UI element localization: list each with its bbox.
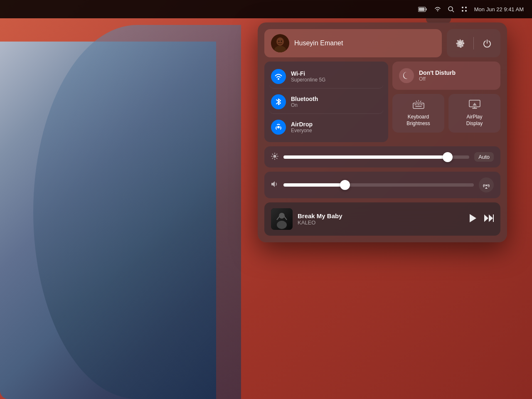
dont-disturb-sublabel: Off — [419, 76, 456, 82]
airplay-audio-button[interactable] — [479, 177, 494, 192]
wifi-icon — [271, 69, 286, 84]
svg-point-27 — [273, 155, 276, 158]
control-center-icon[interactable] — [461, 6, 468, 12]
user-name-label: Huseyin Emanet — [294, 39, 343, 47]
svg-rect-1 — [426, 8, 426, 10]
airplay-display-label: AirPlay Display — [466, 114, 483, 127]
svg-point-42 — [277, 221, 287, 229]
skip-button[interactable] — [484, 214, 494, 224]
wifi-label: Wi-Fi — [291, 70, 325, 77]
svg-point-13 — [281, 41, 282, 42]
svg-marker-47 — [489, 214, 493, 222]
search-menu-icon[interactable] — [448, 6, 454, 12]
dont-disturb-text: Don't Disturb Off — [419, 69, 456, 82]
wifi-sublabel: Superonline 5G — [291, 77, 325, 83]
volume-fill — [283, 183, 345, 187]
svg-marker-36 — [271, 181, 275, 187]
svg-line-33 — [276, 158, 277, 158]
svg-rect-17 — [413, 103, 424, 108]
track-info: Break My Baby KALEO — [298, 212, 464, 226]
svg-marker-46 — [484, 214, 488, 222]
svg-line-24 — [420, 101, 421, 102]
wifi-item[interactable]: Wi-Fi Superonline 5G — [269, 65, 383, 89]
svg-point-12 — [278, 41, 280, 42]
dont-disturb-label: Don't Disturb — [419, 69, 456, 76]
svg-line-32 — [272, 154, 273, 154]
datetime-display: Mon Jun 22 9:41 AM — [474, 6, 524, 12]
play-button[interactable] — [469, 214, 477, 225]
airdrop-label: AirDrop — [291, 121, 313, 128]
menubar: Mon Jun 22 9:41 AM — [0, 0, 532, 18]
system-buttons — [447, 29, 500, 57]
svg-marker-45 — [470, 214, 476, 222]
user-card[interactable]: Huseyin Emanet — [264, 29, 442, 57]
now-playing-section: Break My Baby KALEO — [264, 202, 500, 236]
power-button[interactable] — [474, 29, 500, 57]
bluetooth-sublabel: On — [291, 102, 318, 108]
svg-marker-26 — [473, 103, 477, 106]
keyboard-brightness-label: Keyboard Brightness — [406, 114, 430, 127]
brightness-auto-label: Auto — [474, 152, 494, 162]
airdrop-item[interactable]: AirDrop Everyone — [269, 116, 383, 139]
track-artist: KALEO — [298, 219, 464, 226]
brightness-thumb[interactable] — [443, 152, 453, 162]
connectivity-right: Don't Disturb Off — [392, 62, 500, 142]
connectivity-left: Wi-Fi Superonline 5G Bluetooth On — [264, 62, 388, 142]
svg-rect-2 — [419, 7, 424, 11]
keyboard-brightness-icon — [413, 100, 424, 111]
user-section: Huseyin Emanet — [264, 29, 500, 57]
airdrop-sublabel: Everyone — [291, 128, 313, 133]
volume-slider-section — [264, 172, 500, 198]
settings-button[interactable] — [447, 29, 473, 57]
airplay-display-button[interactable]: AirPlay Display — [448, 94, 500, 133]
control-center-panel: Huseyin Emanet — [258, 22, 507, 242]
volume-track[interactable] — [283, 183, 474, 187]
wifi-menu-icon[interactable] — [434, 6, 441, 12]
track-title: Break My Baby — [298, 212, 464, 219]
avatar-image — [271, 34, 289, 52]
brightness-track[interactable] — [283, 155, 469, 159]
bluetooth-item[interactable]: Bluetooth On — [269, 90, 383, 114]
svg-line-34 — [276, 154, 277, 154]
airdrop-text: AirDrop Everyone — [291, 121, 313, 133]
keyboard-brightness-button[interactable]: Keyboard Brightness — [392, 94, 444, 133]
bluetooth-icon — [271, 94, 286, 109]
svg-line-23 — [416, 101, 417, 102]
svg-marker-38 — [485, 187, 488, 189]
svg-point-37 — [485, 185, 487, 186]
connectivity-grid: Wi-Fi Superonline 5G Bluetooth On — [264, 62, 500, 142]
svg-point-3 — [448, 7, 453, 11]
small-buttons-row: Keyboard Brightness AirPlay — [392, 94, 500, 133]
svg-point-7 — [462, 10, 463, 12]
dont-disturb-icon — [399, 68, 414, 83]
brightness-fill — [283, 155, 447, 159]
svg-point-10 — [276, 37, 284, 46]
svg-point-41 — [279, 213, 285, 219]
wifi-text: Wi-Fi Superonline 5G — [291, 70, 325, 83]
svg-point-15 — [278, 78, 279, 80]
bluetooth-label: Bluetooth — [291, 96, 318, 102]
dont-disturb-card[interactable]: Don't Disturb Off — [392, 62, 500, 90]
svg-line-4 — [452, 10, 454, 12]
volume-icon — [271, 181, 278, 189]
brightness-slider-section: Auto — [264, 146, 500, 167]
battery-icon — [418, 7, 427, 12]
avatar — [271, 34, 289, 52]
wallpaper — [0, 42, 216, 399]
album-art — [271, 208, 293, 230]
brightness-icon — [271, 153, 278, 162]
bluetooth-text: Bluetooth On — [291, 96, 318, 108]
airdrop-icon — [271, 120, 286, 135]
svg-point-5 — [462, 7, 463, 8]
playback-controls — [469, 214, 494, 225]
airplay-display-icon — [469, 100, 480, 111]
svg-point-16 — [277, 126, 280, 128]
svg-point-6 — [465, 7, 467, 8]
volume-thumb[interactable] — [340, 180, 350, 190]
svg-rect-48 — [493, 214, 494, 222]
svg-point-8 — [465, 10, 467, 12]
svg-line-35 — [272, 158, 273, 158]
wallpaper-curve — [33, 25, 241, 399]
